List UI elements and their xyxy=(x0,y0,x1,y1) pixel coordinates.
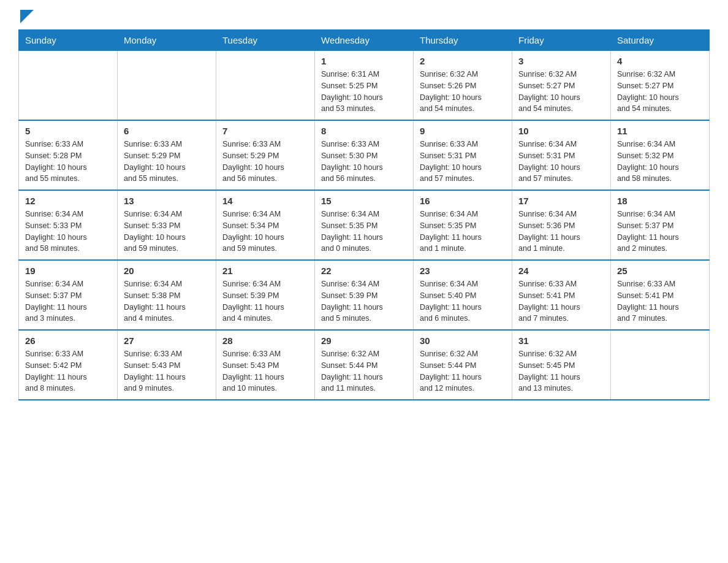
calendar-cell xyxy=(216,51,315,121)
calendar-cell: 19Sunrise: 6:34 AMSunset: 5:37 PMDayligh… xyxy=(19,260,118,330)
day-info: Sunrise: 6:34 AMSunset: 5:32 PMDaylight:… xyxy=(617,139,703,185)
calendar-cell: 22Sunrise: 6:34 AMSunset: 5:39 PMDayligh… xyxy=(315,260,414,330)
calendar-cell: 30Sunrise: 6:32 AMSunset: 5:44 PMDayligh… xyxy=(414,330,512,400)
calendar-cell xyxy=(118,51,216,121)
day-header-thursday: Thursday xyxy=(414,30,512,51)
day-info: Sunrise: 6:33 AMSunset: 5:41 PMDaylight:… xyxy=(617,278,703,324)
calendar-cell: 16Sunrise: 6:34 AMSunset: 5:35 PMDayligh… xyxy=(414,190,512,260)
day-info: Sunrise: 6:34 AMSunset: 5:37 PMDaylight:… xyxy=(25,278,111,324)
page-header xyxy=(18,12,710,23)
calendar-week-row: 19Sunrise: 6:34 AMSunset: 5:37 PMDayligh… xyxy=(19,260,710,330)
calendar-cell: 11Sunrise: 6:34 AMSunset: 5:32 PMDayligh… xyxy=(611,120,710,190)
calendar-week-row: 1Sunrise: 6:31 AMSunset: 5:25 PMDaylight… xyxy=(19,51,710,121)
day-number: 8 xyxy=(321,126,407,136)
calendar-cell: 26Sunrise: 6:33 AMSunset: 5:42 PMDayligh… xyxy=(19,330,118,400)
logo xyxy=(18,12,34,23)
calendar-cell: 6Sunrise: 6:33 AMSunset: 5:29 PMDaylight… xyxy=(118,120,216,190)
calendar-cell: 24Sunrise: 6:33 AMSunset: 5:41 PMDayligh… xyxy=(512,260,611,330)
day-number: 4 xyxy=(617,56,703,66)
day-number: 29 xyxy=(321,335,407,346)
day-number: 21 xyxy=(222,266,308,276)
day-number: 26 xyxy=(25,335,111,346)
calendar-cell: 21Sunrise: 6:34 AMSunset: 5:39 PMDayligh… xyxy=(216,260,315,330)
day-info: Sunrise: 6:34 AMSunset: 5:33 PMDaylight:… xyxy=(25,209,111,255)
day-header-friday: Friday xyxy=(512,30,611,51)
calendar-cell: 5Sunrise: 6:33 AMSunset: 5:28 PMDaylight… xyxy=(19,120,118,190)
day-info: Sunrise: 6:34 AMSunset: 5:39 PMDaylight:… xyxy=(222,278,308,324)
day-info: Sunrise: 6:34 AMSunset: 5:38 PMDaylight:… xyxy=(124,278,210,324)
calendar-cell: 18Sunrise: 6:34 AMSunset: 5:37 PMDayligh… xyxy=(611,190,710,260)
day-header-wednesday: Wednesday xyxy=(315,30,414,51)
day-number: 9 xyxy=(420,126,506,136)
logo-triangle-icon xyxy=(20,10,34,23)
day-info: Sunrise: 6:32 AMSunset: 5:44 PMDaylight:… xyxy=(420,348,506,394)
day-info: Sunrise: 6:34 AMSunset: 5:35 PMDaylight:… xyxy=(420,209,506,255)
calendar-table: SundayMondayTuesdayWednesdayThursdayFrid… xyxy=(18,29,710,400)
calendar-cell: 3Sunrise: 6:32 AMSunset: 5:27 PMDaylight… xyxy=(512,51,611,121)
calendar-cell: 17Sunrise: 6:34 AMSunset: 5:36 PMDayligh… xyxy=(512,190,611,260)
calendar-week-row: 12Sunrise: 6:34 AMSunset: 5:33 PMDayligh… xyxy=(19,190,710,260)
day-info: Sunrise: 6:34 AMSunset: 5:39 PMDaylight:… xyxy=(321,278,407,324)
day-number: 15 xyxy=(321,196,407,206)
day-info: Sunrise: 6:34 AMSunset: 5:34 PMDaylight:… xyxy=(222,209,308,255)
day-number: 14 xyxy=(222,196,308,206)
calendar-cell: 15Sunrise: 6:34 AMSunset: 5:35 PMDayligh… xyxy=(315,190,414,260)
calendar-cell: 14Sunrise: 6:34 AMSunset: 5:34 PMDayligh… xyxy=(216,190,315,260)
calendar-week-row: 5Sunrise: 6:33 AMSunset: 5:28 PMDaylight… xyxy=(19,120,710,190)
day-number: 13 xyxy=(124,196,210,206)
day-number: 5 xyxy=(25,126,111,136)
day-number: 2 xyxy=(420,56,506,66)
day-header-saturday: Saturday xyxy=(611,30,710,51)
svg-marker-0 xyxy=(20,10,34,23)
day-info: Sunrise: 6:32 AMSunset: 5:26 PMDaylight:… xyxy=(420,69,506,115)
calendar-cell: 9Sunrise: 6:33 AMSunset: 5:31 PMDaylight… xyxy=(414,120,512,190)
day-number: 10 xyxy=(518,126,604,136)
day-info: Sunrise: 6:31 AMSunset: 5:25 PMDaylight:… xyxy=(321,69,407,115)
day-info: Sunrise: 6:34 AMSunset: 5:35 PMDaylight:… xyxy=(321,209,407,255)
day-header-monday: Monday xyxy=(118,30,216,51)
day-number: 23 xyxy=(420,266,506,276)
calendar-cell: 2Sunrise: 6:32 AMSunset: 5:26 PMDaylight… xyxy=(414,51,512,121)
calendar-cell: 20Sunrise: 6:34 AMSunset: 5:38 PMDayligh… xyxy=(118,260,216,330)
day-info: Sunrise: 6:33 AMSunset: 5:28 PMDaylight:… xyxy=(25,139,111,185)
calendar-cell: 10Sunrise: 6:34 AMSunset: 5:31 PMDayligh… xyxy=(512,120,611,190)
day-info: Sunrise: 6:33 AMSunset: 5:42 PMDaylight:… xyxy=(25,348,111,394)
day-info: Sunrise: 6:34 AMSunset: 5:33 PMDaylight:… xyxy=(124,209,210,255)
day-info: Sunrise: 6:34 AMSunset: 5:31 PMDaylight:… xyxy=(518,139,604,185)
calendar-cell: 31Sunrise: 6:32 AMSunset: 5:45 PMDayligh… xyxy=(512,330,611,400)
day-number: 25 xyxy=(617,266,703,276)
calendar-cell: 8Sunrise: 6:33 AMSunset: 5:30 PMDaylight… xyxy=(315,120,414,190)
day-header-sunday: Sunday xyxy=(19,30,118,51)
day-info: Sunrise: 6:33 AMSunset: 5:43 PMDaylight:… xyxy=(222,348,308,394)
calendar-cell: 12Sunrise: 6:34 AMSunset: 5:33 PMDayligh… xyxy=(19,190,118,260)
calendar-week-row: 26Sunrise: 6:33 AMSunset: 5:42 PMDayligh… xyxy=(19,330,710,400)
calendar-cell: 23Sunrise: 6:34 AMSunset: 5:40 PMDayligh… xyxy=(414,260,512,330)
day-number: 31 xyxy=(518,335,604,346)
day-info: Sunrise: 6:32 AMSunset: 5:27 PMDaylight:… xyxy=(518,69,604,115)
day-info: Sunrise: 6:32 AMSunset: 5:27 PMDaylight:… xyxy=(617,69,703,115)
day-number: 3 xyxy=(518,56,604,66)
day-number: 17 xyxy=(518,196,604,206)
day-info: Sunrise: 6:32 AMSunset: 5:45 PMDaylight:… xyxy=(518,348,604,394)
day-number: 1 xyxy=(321,56,407,66)
day-info: Sunrise: 6:33 AMSunset: 5:29 PMDaylight:… xyxy=(222,139,308,185)
calendar-header-row: SundayMondayTuesdayWednesdayThursdayFrid… xyxy=(19,30,710,51)
day-number: 16 xyxy=(420,196,506,206)
day-info: Sunrise: 6:33 AMSunset: 5:41 PMDaylight:… xyxy=(518,278,604,324)
day-number: 12 xyxy=(25,196,111,206)
day-number: 20 xyxy=(124,266,210,276)
day-number: 24 xyxy=(518,266,604,276)
day-number: 11 xyxy=(617,126,703,136)
day-info: Sunrise: 6:34 AMSunset: 5:40 PMDaylight:… xyxy=(420,278,506,324)
day-number: 7 xyxy=(222,126,308,136)
day-number: 18 xyxy=(617,196,703,206)
day-number: 30 xyxy=(420,335,506,346)
day-number: 19 xyxy=(25,266,111,276)
calendar-cell: 1Sunrise: 6:31 AMSunset: 5:25 PMDaylight… xyxy=(315,51,414,121)
calendar-cell xyxy=(611,330,710,400)
day-info: Sunrise: 6:33 AMSunset: 5:29 PMDaylight:… xyxy=(124,139,210,185)
day-header-tuesday: Tuesday xyxy=(216,30,315,51)
day-info: Sunrise: 6:34 AMSunset: 5:37 PMDaylight:… xyxy=(617,209,703,255)
day-number: 22 xyxy=(321,266,407,276)
day-info: Sunrise: 6:33 AMSunset: 5:30 PMDaylight:… xyxy=(321,139,407,185)
